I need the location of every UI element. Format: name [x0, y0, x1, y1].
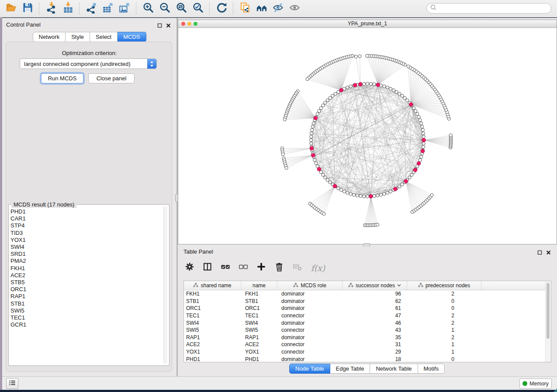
mcds-result-item[interactable]: RAP1 [10, 293, 162, 300]
mcds-result-item[interactable]: FKH1 [10, 265, 162, 272]
tab-edge-table[interactable]: Edge Table [330, 364, 370, 374]
tab-style[interactable]: Style [66, 32, 90, 42]
show-columns-button[interactable] [202, 262, 214, 274]
mcds-result-item[interactable]: SWI4 [10, 244, 162, 251]
task-history-button[interactable] [6, 378, 18, 389]
table-panel: Table Panel f(x) shared namenameMCDS rol… [178, 247, 557, 375]
column-header-shared-name[interactable]: shared name [184, 281, 241, 290]
table-row[interactable]: SWI4SWI4dominator462 [184, 319, 551, 327]
mcds-result-scrollbar[interactable] [163, 206, 167, 364]
memory-button[interactable]: Memory [519, 378, 552, 389]
mcds-result-item[interactable]: PMA2 [10, 258, 162, 265]
zoom-fit-button[interactable] [173, 1, 190, 16]
scrollbar-thumb[interactable] [547, 283, 550, 339]
import-table-button[interactable] [59, 1, 76, 16]
sort-desc-icon [397, 282, 401, 289]
search-input[interactable] [439, 5, 551, 12]
cell-name: STB1 [241, 298, 277, 304]
function-builder-button: f(x) [310, 262, 326, 274]
mcds-result-item[interactable]: SRD1 [10, 251, 162, 258]
table-row[interactable]: RAP1RAP1dominator352 [184, 334, 551, 341]
network-canvas[interactable] [178, 28, 557, 244]
cell-successor-nodes: 29 [343, 349, 407, 355]
table-panel-title: Table Panel [183, 248, 213, 255]
mcds-result-item[interactable]: CAR1 [10, 215, 162, 222]
table-row[interactable]: ORC1ORC1dominator610 [184, 305, 551, 312]
deselect-all-button[interactable] [238, 262, 249, 274]
run-mcds-button[interactable]: Run MCDS [41, 73, 83, 83]
save-button[interactable] [19, 1, 36, 16]
close-table-panel-icon[interactable] [546, 249, 551, 257]
apply-layout-button[interactable] [213, 1, 230, 16]
float-panel-icon[interactable] [157, 22, 163, 30]
tab-node-table[interactable]: Node Table [289, 364, 330, 374]
table-row[interactable]: FKH1FKH1dominator962 [184, 290, 551, 298]
mcds-result-item[interactable]: PHD1 [10, 208, 162, 215]
window-resize-grip[interactable] [554, 389, 557, 392]
open-button[interactable] [3, 1, 19, 16]
hide-selected-button[interactable] [270, 1, 287, 16]
first-neighbors-button[interactable] [253, 1, 270, 16]
cell-successor-nodes: 43 [343, 327, 407, 333]
mcds-result-item[interactable]: SWI5 [10, 307, 162, 314]
tab-mcds[interactable]: MCDS [118, 32, 146, 42]
table-row[interactable]: TEC1TEC1connector472 [184, 312, 551, 320]
zoom-out-button[interactable] [156, 1, 173, 16]
mcds-result-item[interactable]: TID3 [10, 230, 162, 237]
column-header-predecessor-nodes[interactable]: predecessor nodes [407, 281, 481, 290]
tab-motifs[interactable]: Motifs [418, 364, 445, 374]
new-network-from-selection-icon [239, 2, 251, 15]
table-row[interactable]: SWI5SWI5connector431 [184, 327, 551, 334]
delete-button[interactable] [274, 262, 285, 274]
column-header-name[interactable]: name [241, 281, 277, 290]
settings-button[interactable] [184, 262, 196, 274]
mcds-result-item[interactable]: STP4 [10, 222, 162, 229]
cell-predecessor-nodes: 1 [407, 349, 481, 355]
column-type-icon [348, 282, 353, 289]
table-row[interactable]: PHD1PHD1dominator180 [184, 355, 551, 362]
tab-network[interactable]: Network [32, 32, 66, 42]
table-row[interactable]: ACE2ACE2connector311 [184, 341, 551, 348]
tab-network-table[interactable]: Network Table [370, 364, 418, 374]
zoom-selected-button[interactable] [190, 1, 206, 16]
table-row[interactable]: STB1STB1dominator620 [184, 298, 551, 305]
column-header-MCDS-role[interactable]: MCDS role [277, 281, 343, 290]
mcds-result-list[interactable]: PHD1CAR1STP4TID3YOX1SWI4SRD1PMA2FKH1ACE2… [10, 208, 162, 364]
cell-successor-nodes: 18 [343, 356, 407, 362]
close-panel-icon[interactable] [166, 22, 171, 30]
node-table-scrollbar[interactable] [545, 281, 551, 362]
float-table-panel-icon[interactable] [537, 249, 543, 257]
toolbar-separator [136, 3, 137, 15]
cell-name: RAP1 [241, 334, 277, 340]
mcds-result-item[interactable]: STB1 [10, 300, 162, 307]
export-network-button[interactable] [83, 1, 100, 16]
zoom-in-button[interactable] [140, 1, 156, 16]
close-panel-button[interactable]: Close panel [88, 73, 135, 83]
show-all-button[interactable] [287, 1, 303, 16]
mcds-result-item[interactable]: YOX1 [10, 237, 162, 244]
network-window-titlebar[interactable]: YPA_prune.txt_1 [178, 20, 557, 28]
mcds-result-item[interactable]: STB5 [10, 279, 162, 286]
mcds-result-item[interactable]: TEC1 [10, 314, 162, 321]
mcds-result-item[interactable]: ORC1 [10, 286, 162, 293]
add-button[interactable] [256, 262, 267, 274]
export-image-button[interactable] [116, 1, 133, 16]
window-close-traffic-light[interactable] [181, 22, 185, 26]
import-network-button[interactable] [43, 1, 59, 16]
column-header-successor-nodes[interactable]: successor nodes [343, 281, 407, 290]
cell-MCDS-role: dominator [277, 291, 343, 297]
optimization-criterion-label: Optimization criterion: [2, 50, 176, 56]
window-maximize-traffic-light[interactable] [194, 22, 197, 26]
tab-select[interactable]: Select [90, 32, 118, 42]
delete-icon [274, 262, 285, 274]
window-minimize-traffic-light[interactable] [187, 22, 191, 26]
new-network-from-selection-button[interactable] [237, 1, 253, 16]
export-table-button[interactable] [100, 1, 116, 16]
select-all-button[interactable] [220, 262, 232, 274]
cell-predecessor-nodes: 0 [407, 305, 481, 311]
mcds-result-item[interactable]: GCR1 [10, 321, 162, 328]
table-row[interactable]: YOX1YOX1connector291 [184, 348, 551, 356]
search-box[interactable] [426, 3, 551, 14]
mcds-result-item[interactable]: ACE2 [10, 272, 162, 279]
optimization-criterion-select[interactable]: largest connected component (undirected) [20, 58, 157, 69]
